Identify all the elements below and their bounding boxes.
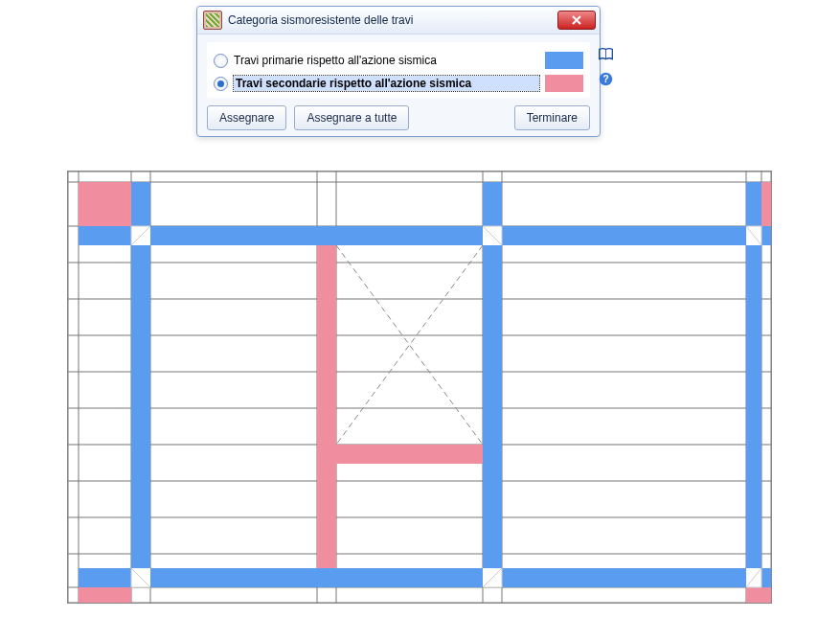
option-primary-label: Travi primarie rispetto all'azione sismi… (234, 54, 539, 67)
radio-icon (214, 77, 228, 91)
assign-all-button[interactable]: Assegnare a tutte (294, 105, 409, 130)
assign-button[interactable]: Assegnare (207, 105, 286, 130)
button-row: Assegnare Assegnare a tutte Terminare (207, 105, 590, 130)
option-primary[interactable]: Travi primarie rispetto all'azione sismi… (214, 49, 583, 72)
svg-rect-35 (79, 226, 771, 245)
option-secondary-label: Travi secondarie rispetto all'azione sis… (234, 76, 539, 91)
help-icon[interactable]: ? (597, 70, 614, 87)
svg-rect-36 (79, 568, 771, 587)
svg-rect-31 (79, 587, 131, 603)
option-secondary[interactable]: Travi secondarie rispetto all'azione sis… (214, 72, 583, 95)
radio-icon (214, 54, 228, 68)
end-button[interactable]: Terminare (514, 105, 590, 130)
svg-text:?: ? (602, 73, 608, 83)
floor-plan[interactable] (67, 171, 772, 604)
svg-rect-34 (336, 445, 483, 464)
dialog-titlebar[interactable]: Categoria sismoresistente delle travi (197, 7, 600, 34)
svg-rect-33 (317, 245, 336, 587)
svg-rect-29 (79, 182, 131, 226)
options-group: ? Travi primarie rispetto all'azione sis… (207, 42, 590, 98)
dialog-seismic-category: Categoria sismoresistente delle travi ? … (196, 6, 601, 137)
swatch-secondary (545, 75, 583, 92)
svg-rect-32 (746, 587, 771, 603)
app-icon (203, 11, 222, 30)
help-book-icon[interactable] (597, 45, 614, 62)
close-button[interactable] (557, 11, 596, 30)
swatch-primary (545, 52, 583, 69)
dialog-title: Categoria sismoresistente delle travi (228, 13, 557, 27)
